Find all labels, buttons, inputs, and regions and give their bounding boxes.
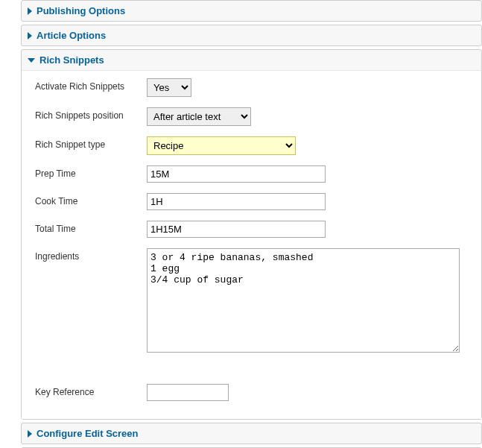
row-prep-time: Prep Time	[35, 165, 472, 183]
row-cook-time: Cook Time	[35, 193, 472, 210]
input-total-time[interactable]	[147, 221, 326, 238]
input-key-reference[interactable]	[147, 384, 229, 401]
label-ingredients: Ingredients	[35, 248, 147, 262]
select-activate-rich-snippets[interactable]: Yes	[147, 78, 191, 97]
panel-title-publishing: Publishing Options	[37, 5, 125, 16]
label-total-time: Total Time	[35, 221, 147, 234]
panel-body-rich-snippets: Activate Rich Snippets Yes Rich Snippets…	[22, 70, 481, 419]
panel-article-options[interactable]: Article Options	[21, 25, 482, 46]
chevron-down-icon	[28, 58, 35, 63]
panel-header-publishing[interactable]: Publishing Options	[22, 1, 481, 21]
label-key-reference: Key Reference	[35, 384, 147, 397]
select-rich-snippet-type[interactable]: Recipe	[147, 136, 296, 155]
label-prep-time: Prep Time	[35, 165, 147, 179]
input-prep-time[interactable]	[147, 165, 326, 183]
panel-header-article[interactable]: Article Options	[22, 25, 481, 45]
panel-title-configure: Configure Edit Screen	[37, 428, 139, 439]
panel-rich-snippets: Rich Snippets Activate Rich Snippets Yes…	[21, 49, 482, 420]
panel-header-configure[interactable]: Configure Edit Screen	[22, 423, 481, 444]
row-position: Rich Snippets position After article tex…	[35, 107, 472, 126]
label-cook-time: Cook Time	[35, 193, 147, 206]
label-activate: Activate Rich Snippets	[35, 78, 147, 92]
panel-header-rich-snippets[interactable]: Rich Snippets	[22, 50, 481, 70]
panel-configure-edit-screen[interactable]: Configure Edit Screen	[21, 423, 482, 444]
textarea-ingredients[interactable]: 3 or 4 ripe bananas, smashed 1 egg 3/4 c…	[147, 248, 460, 353]
select-rich-snippets-position[interactable]: After article text	[147, 107, 251, 126]
row-total-time: Total Time	[35, 221, 472, 238]
chevron-right-icon	[28, 32, 32, 40]
panel-publishing-options[interactable]: Publishing Options	[21, 0, 482, 22]
input-cook-time[interactable]	[147, 193, 326, 210]
row-key-reference: Key Reference	[35, 384, 472, 401]
row-type: Rich Snippet type Recipe	[35, 136, 472, 155]
chevron-right-icon	[28, 7, 32, 15]
panel-title-rich-snippets: Rich Snippets	[39, 54, 104, 66]
panel-title-article: Article Options	[37, 30, 106, 41]
chevron-right-icon	[28, 430, 32, 438]
label-position: Rich Snippets position	[35, 107, 147, 121]
label-type: Rich Snippet type	[35, 136, 147, 150]
row-ingredients: Ingredients 3 or 4 ripe bananas, smashed…	[35, 248, 472, 353]
row-activate: Activate Rich Snippets Yes	[35, 78, 472, 97]
